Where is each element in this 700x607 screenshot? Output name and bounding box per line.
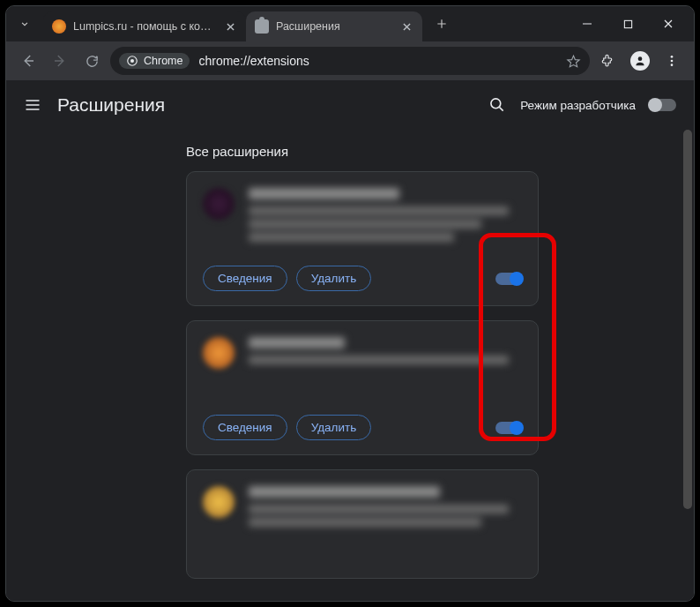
reload-icon	[85, 54, 100, 69]
page-header: Расширения Режим разработчика	[6, 80, 694, 130]
extension-card	[186, 469, 539, 579]
omnibox[interactable]: Chrome chrome://extensions	[110, 47, 590, 75]
close-window-button[interactable]	[648, 6, 689, 41]
browser-window: Lumpics.ru - помощь с компь Расширения	[5, 5, 695, 602]
extension-icon	[203, 188, 235, 220]
toolbar: Chrome chrome://extensions	[6, 41, 694, 80]
tabs: Lumpics.ru - помощь с компь Расширения	[43, 6, 422, 41]
person-icon	[634, 55, 646, 67]
forward-button[interactable]	[47, 48, 73, 74]
extensions-button[interactable]	[595, 48, 622, 74]
maximize-button[interactable]	[607, 6, 648, 41]
page-title: Расширения	[57, 94, 165, 116]
chrome-badge-label: Chrome	[144, 55, 182, 67]
extension-text-blurred	[249, 486, 522, 548]
tab-lumpics[interactable]: Lumpics.ru - помощь с компь	[43, 11, 246, 41]
details-button[interactable]: Сведения	[203, 266, 287, 291]
search-button[interactable]	[488, 96, 506, 114]
tab-search-button[interactable]	[15, 14, 34, 34]
chrome-badge: Chrome	[119, 53, 190, 69]
new-tab-button[interactable]	[429, 11, 454, 36]
arrow-right-icon	[52, 53, 68, 69]
close-icon	[663, 19, 674, 29]
hamburger-icon	[24, 96, 41, 114]
enable-toggle[interactable]	[495, 422, 522, 434]
extension-icon	[203, 337, 235, 369]
maximize-icon	[623, 19, 633, 29]
enable-toggle[interactable]	[495, 273, 522, 285]
hamburger-button[interactable]	[24, 96, 41, 114]
minimize-button[interactable]	[567, 6, 607, 41]
dots-vertical-icon	[665, 54, 679, 68]
extension-icon	[203, 486, 235, 518]
tab-title: Расширения	[276, 20, 392, 33]
svg-point-2	[130, 59, 134, 63]
tab-title: Lumpics.ru - помощь с компь	[73, 20, 216, 33]
star-icon[interactable]	[566, 54, 581, 69]
svg-point-7	[491, 99, 501, 109]
close-icon	[227, 23, 235, 31]
scroll-thumb[interactable]	[683, 130, 692, 509]
details-button[interactable]: Сведения	[203, 415, 287, 440]
chrome-icon	[126, 55, 138, 67]
dev-mode-label: Режим разработчика	[520, 99, 636, 112]
puzzle-icon	[600, 53, 616, 69]
svg-point-5	[671, 60, 674, 63]
profile-button[interactable]	[627, 48, 653, 74]
window-controls	[567, 6, 689, 41]
titlebar: Lumpics.ru - помощь с компь Расширения	[6, 6, 694, 41]
minimize-icon	[582, 19, 592, 29]
arrow-left-icon	[20, 53, 36, 69]
tab-extensions[interactable]: Расширения	[246, 11, 422, 41]
extension-list: СведенияУдалитьСведенияУдалить	[186, 171, 539, 579]
omnibox-url: chrome://extensions	[198, 54, 557, 68]
dev-mode-toggle[interactable]	[650, 99, 676, 111]
extension-card: СведенияУдалить	[186, 320, 539, 455]
back-button[interactable]	[15, 48, 41, 74]
favicon-lumpics	[52, 19, 66, 34]
scrollbar[interactable]	[681, 130, 694, 601]
search-icon	[488, 96, 506, 114]
favicon-extensions	[255, 19, 269, 34]
tab-close-button[interactable]	[223, 19, 237, 34]
extension-card: СведенияУдалить	[186, 171, 539, 306]
svg-point-6	[671, 64, 674, 66]
remove-button[interactable]: Удалить	[296, 266, 372, 291]
svg-rect-0	[624, 20, 631, 27]
extension-text-blurred	[249, 337, 522, 399]
extension-text-blurred	[249, 188, 522, 250]
chevron-down-icon	[19, 18, 31, 30]
svg-point-4	[671, 56, 674, 58]
plus-icon	[436, 18, 448, 30]
tab-close-button[interactable]	[399, 19, 413, 34]
content: Все расширения СведенияУдалитьСведенияУд…	[6, 130, 694, 601]
remove-button[interactable]: Удалить	[296, 415, 372, 440]
close-icon	[403, 23, 411, 31]
svg-point-3	[638, 56, 643, 61]
reload-button[interactable]	[78, 48, 105, 74]
menu-button[interactable]	[659, 48, 685, 74]
section-title: Все расширения	[186, 144, 681, 159]
